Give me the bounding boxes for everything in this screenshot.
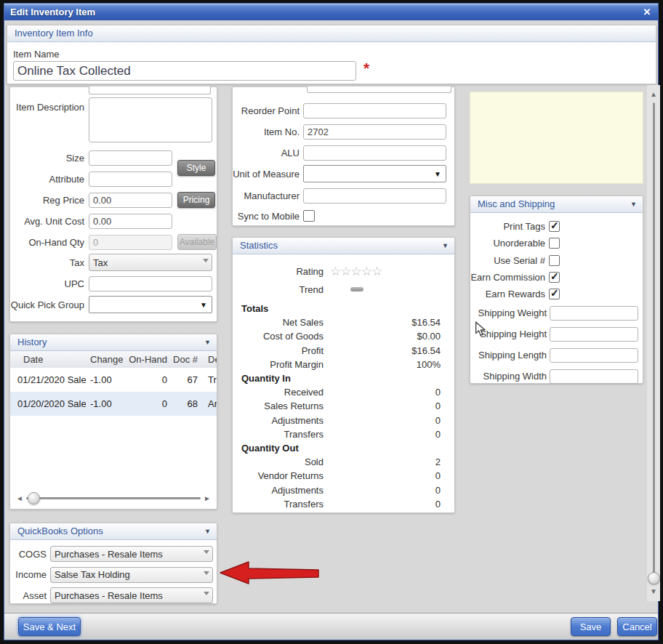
statistics-panel: Statistics ▼ Rating ☆☆☆☆☆ Trend Totals N… [232,237,455,513]
notes-textarea[interactable] [470,92,643,184]
unorderable-checkbox[interactable] [549,238,560,249]
scroll-right-icon[interactable]: ► [204,495,211,502]
on-hand-qty-input [89,235,172,250]
shipping-weight-label: Shipping Weight [470,307,547,318]
sync-to-mobile-label: Sync to Mobile [233,211,303,222]
reorder-point-input[interactable] [303,103,446,118]
attribute-input[interactable] [89,172,172,187]
vscroll-track[interactable] [653,102,655,576]
dropdown-arrow-icon: ▼ [434,170,441,178]
collapse-arrow-icon[interactable]: ▼ [204,523,211,539]
clipped-input-top[interactable] [307,86,451,93]
reg-price-input[interactable] [89,193,172,208]
shipping-width-input[interactable] [550,369,638,384]
use-serial-checkbox[interactable] [549,255,560,266]
earn-rewards-checkbox[interactable] [549,289,560,299]
clipped-input-top[interactable] [89,86,211,94]
stat-label: Adjustments [233,415,324,426]
stat-value: 0 [435,470,441,481]
income-label: Income [10,569,47,580]
stat-value: $16.54 [411,317,441,328]
stat-label: Net Sales [233,317,324,328]
stat-value: 0 [435,401,441,411]
stat-label: Transfers [233,499,324,510]
style-button[interactable]: Style [177,160,215,176]
upc-input[interactable] [89,276,212,291]
size-label: Size [10,153,89,164]
asset-select[interactable]: Purchases - Resale Items [50,587,213,603]
on-hand-qty-label: On-Hand Qty [10,237,89,248]
stat-value: 100% [417,359,441,370]
red-callout-arrow [218,559,321,587]
cogs-value: Purchases - Resale Items [55,549,163,560]
item-name-input[interactable] [13,61,356,81]
footer-bar: Save & Next Save Cancel [4,613,658,640]
pricing-button[interactable]: Pricing [177,192,215,208]
unit-of-measure-select[interactable]: ▼ [303,165,446,182]
required-asterisk: * [363,60,369,77]
size-input[interactable] [89,150,172,166]
stat-value: 0 [435,387,441,398]
shipping-width-label: Shipping Width [470,371,547,382]
misc-shipping-header: Misc and Shipping ▼ [470,196,643,213]
collapse-arrow-icon[interactable]: ▼ [442,238,449,254]
save-button[interactable]: Save [571,617,611,636]
hscroll-thumb[interactable] [28,492,40,504]
trend-flat-icon [350,287,363,291]
collapse-arrow-icon[interactable]: ▼ [204,334,211,350]
history-row[interactable]: 01/20/2020 Sale -1.00 0 68 An [10,392,217,416]
quick-pick-group-label: Quick Pick Group [10,299,89,310]
shipping-height-label: Shipping Height [470,329,547,339]
item-no-input[interactable] [303,124,446,140]
stat-label: Profit [233,345,324,356]
earn-rewards-label: Earn Rewards [470,289,545,299]
manufacturer-label: Manufacturer [233,190,303,201]
shipping-weight-input[interactable] [550,306,638,321]
misc-shipping-panel: Misc and Shipping ▼ Print Tags Unorderab… [470,196,643,384]
inventory-item-info-header: Inventory Item Info [7,25,656,42]
ordering-panel: Reorder Point Item No. ALU Unit of Measu… [232,86,455,226]
stat-label: Adjustments [233,485,324,496]
history-hscrollbar[interactable]: ◄ ► [10,488,217,509]
quick-pick-group-select[interactable]: ▼ [89,296,212,313]
tax-label: Tax [10,257,89,268]
col-date[interactable]: Date [10,351,86,368]
shipping-length-label: Shipping Length [470,350,547,361]
scroll-up-icon[interactable]: ▲ [650,91,657,98]
tax-select[interactable]: Tax [89,254,212,271]
item-description-label: Item Description [10,97,89,113]
close-icon[interactable]: ✕ [640,6,654,19]
col-details[interactable]: Details [198,351,217,368]
avg-unit-cost-input[interactable] [89,214,172,229]
edit-inventory-item-dialog: Edit Inventory Item ✕ Inventory Item Inf… [4,3,659,640]
scroll-left-icon[interactable]: ◄ [16,495,23,502]
hscroll-track[interactable] [26,497,201,499]
print-tags-checkbox[interactable] [549,221,560,232]
income-select[interactable]: Salse Tax Holding [50,567,213,583]
available-button: Available [177,234,217,250]
collapse-arrow-icon[interactable]: ▼ [630,196,637,212]
col-change[interactable]: Change [86,351,125,368]
rating-stars[interactable]: ☆☆☆☆☆ [330,264,382,279]
scroll-down-icon[interactable]: ▼ [650,588,657,595]
stat-label: Profit Margin [233,359,324,370]
cogs-select[interactable]: Purchases - Resale Items [50,546,213,562]
alu-input[interactable] [303,145,446,161]
vscrollbar[interactable]: ▲ ▼ [647,85,660,601]
col-doc[interactable]: Doc # [167,351,198,368]
shipping-height-input[interactable] [550,327,638,342]
shipping-length-input[interactable] [550,348,638,363]
manufacturer-input[interactable] [303,188,446,204]
inventory-item-info-title: Inventory Item Info [15,28,93,39]
save-next-button[interactable]: Save & Next [18,617,81,636]
history-row[interactable]: 01/21/2020 Sale -1.00 0 67 Tr [10,368,217,392]
col-on-hand[interactable]: On-Hand [125,351,167,368]
item-description-input[interactable] [89,97,212,142]
history-header: History ▼ [10,334,217,351]
earn-commission-checkbox[interactable] [549,272,560,283]
history-column-headers: Date Change On-Hand Doc # Details [10,351,217,369]
sync-to-mobile-checkbox[interactable] [303,210,315,222]
vscroll-thumb[interactable] [648,572,660,584]
stat-label: Cost of Goods [233,331,324,342]
cancel-button[interactable]: Cancel [617,617,657,636]
